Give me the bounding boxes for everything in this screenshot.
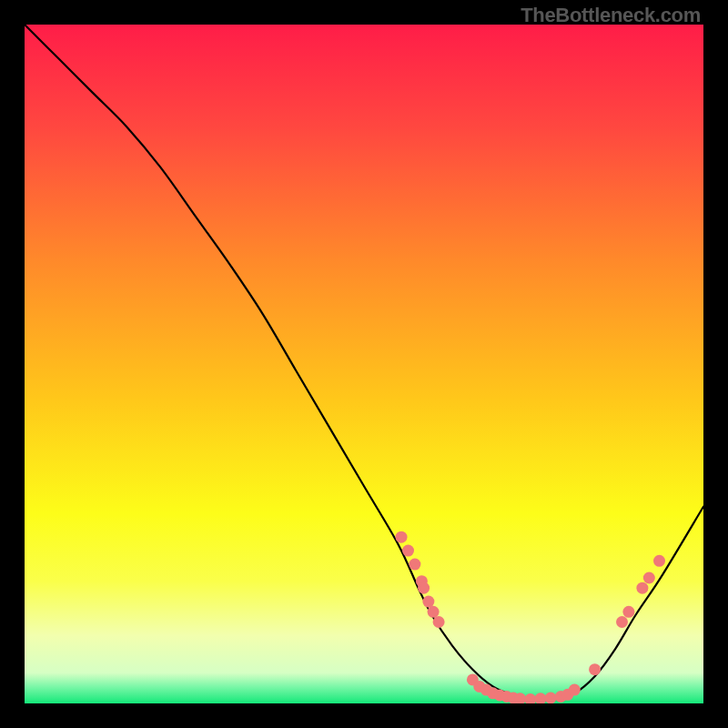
data-point bbox=[428, 606, 440, 618]
data-point bbox=[422, 596, 434, 608]
data-point bbox=[569, 684, 581, 696]
data-point bbox=[653, 555, 665, 567]
chart-svg bbox=[25, 25, 703, 703]
data-point bbox=[396, 531, 408, 543]
data-point bbox=[622, 606, 634, 618]
data-point bbox=[409, 559, 420, 571]
data-point bbox=[418, 582, 430, 594]
data-point bbox=[616, 616, 628, 628]
watermark-text: TheBottleneck.com bbox=[521, 4, 701, 27]
data-point bbox=[643, 572, 655, 584]
chart-frame: TheBottleneck.com bbox=[0, 0, 728, 728]
data-point bbox=[433, 616, 445, 628]
data-point bbox=[402, 545, 414, 557]
data-point bbox=[636, 582, 648, 594]
data-point bbox=[589, 663, 601, 675]
plot-area bbox=[25, 25, 703, 703]
data-point bbox=[545, 693, 557, 704]
